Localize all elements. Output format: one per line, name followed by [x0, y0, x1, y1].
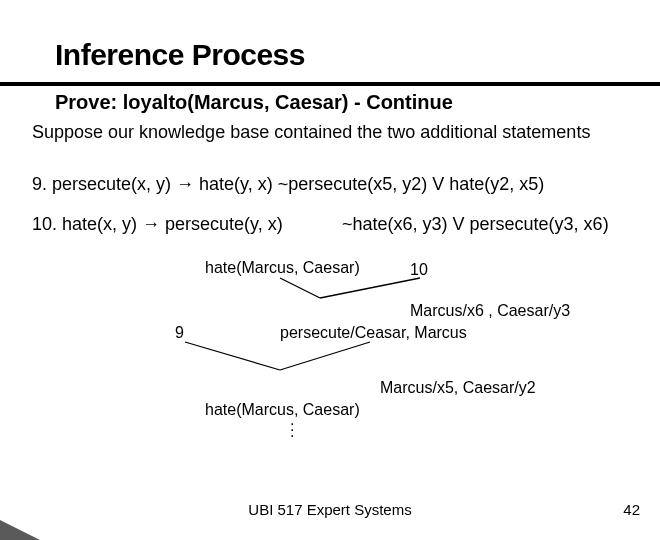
- clause-10: ~hate(x6, y3) V persecute(y3, x6): [342, 214, 609, 235]
- derivation-label-10: 10: [410, 261, 428, 279]
- substitution-2: Marcus/x5, Caesar/y2: [380, 379, 536, 397]
- title-underline: [0, 82, 660, 86]
- corner-triangle-icon: [0, 520, 40, 540]
- vertical-dots-icon: ...: [290, 417, 294, 435]
- slide-title: Inference Process: [55, 38, 305, 72]
- vee-connector-2: [180, 342, 370, 372]
- svg-line-1: [320, 278, 420, 298]
- derivation-top: hate(Marcus, Caesar): [205, 259, 360, 277]
- vee-connector-1: [280, 278, 420, 300]
- svg-line-3: [280, 342, 370, 370]
- statement-9: 9. persecute(x, y) → hate(y, x) ~persecu…: [32, 174, 544, 195]
- derivation-result-2: hate(Marcus, Caesar): [205, 401, 360, 419]
- substitution-1: Marcus/x6 , Caesar/y3: [410, 302, 570, 320]
- page-number: 42: [623, 501, 640, 518]
- intro-text: Suppose our knowledge base contained the…: [32, 122, 622, 143]
- svg-line-0: [280, 278, 320, 298]
- footer-text: UBI 517 Expert Systems: [0, 501, 660, 518]
- statement-10: 10. hate(x, y) → persecute(y, x): [32, 214, 283, 235]
- slide: Inference Process Prove: loyalto(Marcus,…: [0, 0, 660, 540]
- svg-line-2: [185, 342, 280, 370]
- derivation-label-9: 9: [175, 324, 184, 342]
- slide-subtitle: Prove: loyalto(Marcus, Caesar) - Continu…: [55, 91, 453, 114]
- derivation-result-1: persecute/Ceasar, Marcus: [280, 324, 467, 342]
